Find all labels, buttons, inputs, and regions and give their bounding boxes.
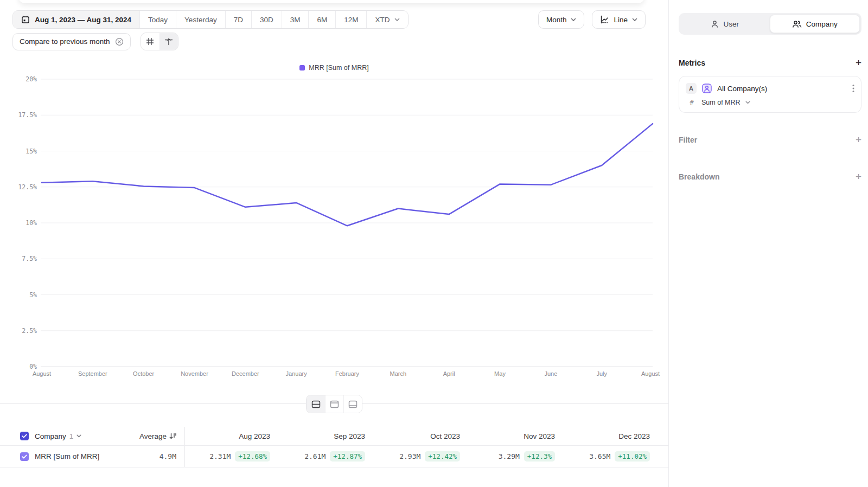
remove-compare-icon[interactable] (115, 37, 124, 46)
row-checkbox[interactable] (20, 452, 29, 461)
toolbar-row-2: Compare to previous month (12, 33, 178, 50)
company-icon (792, 20, 802, 28)
number-type-icon: # (687, 99, 697, 106)
add-metric-button[interactable]: + (856, 57, 861, 68)
summary-table: Company 1 Average Aug 2023Sep 2023Oct 20… (0, 427, 668, 467)
month-column-header[interactable]: Aug 2023 (185, 432, 280, 440)
top-card-edge (18, 0, 644, 3)
month-value-cells: 2.31M+12.68%2.61M+12.87%2.93M+12.42%3.29… (185, 451, 668, 462)
report-main-panel: Aug 1, 2023 — Aug 31, 2024 Today Yesterd… (0, 0, 668, 487)
chevron-down-icon (571, 18, 576, 22)
month-column-header[interactable]: Sep 2023 (280, 432, 375, 440)
metric-card[interactable]: A All Company(s) # Sum of MRR (679, 76, 861, 113)
month-value-cell[interactable]: 2.31M+12.68% (185, 451, 280, 462)
y-axis-tick-label: 0% (29, 363, 37, 370)
granularity-dropdown[interactable]: Month (538, 10, 585, 29)
chevron-down-icon (76, 434, 81, 438)
grid-toggle-button[interactable] (141, 33, 159, 50)
metric-menu-button[interactable] (852, 84, 854, 93)
breakdown-title: Breakdown (679, 172, 719, 181)
calendar-icon (21, 15, 30, 24)
date-range-label: Aug 1, 2023 — Aug 31, 2024 (35, 16, 131, 24)
date-range-button[interactable]: Aug 1, 2023 — Aug 31, 2024 (13, 11, 139, 28)
preset-7d[interactable]: 7D (225, 11, 251, 28)
preset-yesterday[interactable]: Yesterday (176, 11, 225, 28)
legend-swatch (299, 65, 305, 71)
y-axis-tick-label: 20% (25, 76, 37, 83)
granularity-label: Month (546, 16, 567, 24)
month-column-headers: Aug 2023Sep 2023Oct 2023Nov 2023Dec 2023 (185, 432, 668, 440)
month-value-cell[interactable]: 2.93M+12.42% (375, 451, 470, 462)
aggregation-dropdown[interactable]: Sum of MRR (701, 99, 741, 106)
y-axis-tick-label: 2.5% (22, 327, 37, 335)
preset-today[interactable]: Today (139, 11, 176, 28)
select-all-checkbox[interactable] (20, 432, 29, 440)
company-header-label: Company (35, 432, 66, 440)
table-header-row: Company 1 Average Aug 2023Sep 2023Oct 20… (0, 427, 668, 446)
preset-6m[interactable]: 6M (308, 11, 335, 28)
x-axis-tick-label: July (596, 370, 607, 377)
tab-company-label: Company (806, 20, 838, 28)
company-count: 1 (69, 432, 74, 440)
metrics-section-header: Metrics + (679, 57, 861, 68)
toolbar-row-1: Aug 1, 2023 — Aug 31, 2024 Today Yesterd… (12, 10, 646, 29)
user-icon (711, 20, 719, 28)
x-axis-tick-label: February (335, 370, 360, 377)
month-value-cell[interactable]: 3.65M+11.02% (565, 451, 660, 462)
cell-value: 2.31M (209, 452, 231, 460)
filter-section-header: Filter + (679, 134, 861, 145)
x-axis-tick-label: January (286, 370, 308, 377)
metric-card-row-1: A All Company(s) (686, 83, 854, 94)
month-column-header[interactable]: Nov 2023 (470, 432, 565, 440)
preset-3m[interactable]: 3M (282, 11, 309, 28)
tab-user[interactable]: User (680, 15, 770, 33)
table-row[interactable]: MRR [Sum of MRR] 4.9M 2.31M+12.68%2.61M+… (0, 446, 668, 467)
y-axis-tick-label: 5% (29, 291, 37, 299)
mrr-series-line[interactable] (42, 124, 653, 226)
table-row-left: MRR [Sum of MRR] 4.9M (0, 446, 185, 467)
y-axis-tick-label: 15% (25, 148, 37, 155)
sort-icon (169, 433, 176, 439)
x-axis-tick-label: May (494, 370, 506, 377)
layout-split-button[interactable] (307, 395, 325, 413)
x-axis-tick-label: April (443, 370, 455, 377)
add-breakdown-button[interactable]: + (856, 171, 861, 182)
x-axis-tick-label: August (641, 370, 660, 377)
check-icon (22, 454, 27, 459)
delta-badge: +11.02% (615, 451, 650, 462)
cell-value: 2.61M (304, 452, 326, 460)
delta-badge: +12.42% (425, 451, 460, 462)
layout-chart-only-button[interactable] (325, 395, 343, 413)
xtd-label: XTD (375, 16, 390, 24)
month-value-cell[interactable]: 2.61M+12.87% (280, 451, 375, 462)
add-filter-button[interactable]: + (856, 134, 861, 145)
x-axis-tick-label: December (232, 370, 259, 377)
preset-xtd-dropdown[interactable]: XTD (366, 11, 408, 28)
chart-type-label: Line (614, 16, 628, 24)
month-value-cell[interactable]: 3.29M+12.3% (470, 451, 565, 462)
annotations-toggle-button[interactable] (159, 33, 178, 50)
x-axis-tick-label: August (33, 370, 51, 377)
check-icon (22, 434, 27, 438)
compare-chip[interactable]: Compare to previous month (12, 33, 131, 50)
chart-type-dropdown[interactable]: Line (592, 10, 646, 29)
average-column-header[interactable]: Average (139, 432, 176, 440)
cell-value: 3.65M (589, 452, 610, 460)
tab-company[interactable]: Company (770, 15, 860, 33)
tab-user-label: User (723, 20, 739, 28)
company-column-header[interactable]: Company 1 (35, 432, 81, 440)
company-badge-icon (701, 83, 712, 94)
month-column-header[interactable]: Dec 2023 (565, 432, 660, 440)
delta-badge: +12.3% (524, 451, 555, 462)
month-column-header[interactable]: Oct 2023 (375, 432, 470, 440)
filter-title: Filter (679, 136, 697, 144)
layout-table-only-button[interactable] (343, 395, 362, 413)
preset-30d[interactable]: 30D (251, 11, 282, 28)
split-view-icon (311, 400, 321, 408)
preset-12m[interactable]: 12M (335, 11, 366, 28)
mrr-line-chart[interactable]: 0%2.5%5%7.5%10%12.5%15%17.5%20%AugustSep… (0, 76, 668, 383)
layout-toggle-group (306, 395, 362, 413)
cell-value: 3.29M (499, 452, 520, 460)
y-axis-tick-label: 12.5% (18, 183, 37, 191)
average-value: 4.9M (159, 452, 176, 460)
